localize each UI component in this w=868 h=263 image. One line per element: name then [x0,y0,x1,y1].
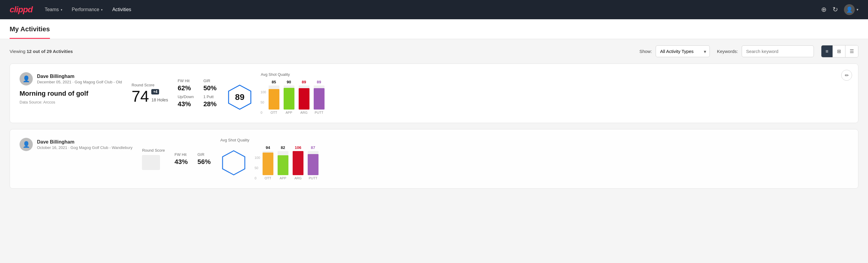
user-name-1: Dave Billingham [37,74,122,79]
list-detailed-icon: ≡ [826,49,828,54]
bars-group-1: 85 OTT 90 [269,80,324,114]
show-filter: Show: All Activity Types ▾ [640,46,710,57]
stats-pair-2: GIR 50% 1 Putt 28% [203,79,217,108]
header-left: clippd Teams ▾ Performance ▾ Activities [10,5,131,14]
viewing-count-text: Viewing 12 out of 29 Activities [10,49,632,54]
activity-left-1: 👤 Dave Billingham December 05, 2021 · Go… [20,72,122,105]
bar-putt-1: 89 PUTT [314,80,324,114]
list-simple-icon: ☰ [850,49,854,54]
gir-2: GIR 56% [197,152,211,166]
hexagon-score-1: 89 [235,92,245,102]
hexagon-2 [220,149,247,176]
svg-marker-1 [223,151,245,175]
user-avatar-icon: 👤 [23,75,30,83]
bars-group-2: 94 OTT 82 [262,145,318,180]
avatar-chevron-icon: ▾ [857,7,858,12]
gir-1: GIR 50% [203,79,217,92]
bar-ott-2: 94 OTT [262,145,273,180]
activities-list: 👤 Dave Billingham December 05, 2021 · Go… [0,63,868,204]
add-icon[interactable]: ⊕ [821,6,827,13]
stats-pair-4: GIR 56% [197,152,211,166]
logo[interactable]: clippd [10,5,32,14]
user-info-1: Dave Billingham December 05, 2021 · Gog … [37,74,122,84]
score-placeholder-2 [142,155,160,170]
header-right: ⊕ ↻ 👤 ▾ [821,4,858,15]
avatar-icon: 👤 [846,6,852,13]
fw-hit-2: FW Hit 43% [175,152,188,166]
avatar[interactable]: 👤 [844,4,855,15]
grid-icon: ⊞ [837,49,841,54]
activity-card: 👤 Dave Billingham December 05, 2021 · Go… [10,63,858,123]
score-main-1: 74 [132,88,149,104]
keywords-label: Keywords: [717,49,738,54]
activity-title-1: Morning round of golf [20,90,122,97]
view-toggle: ≡ ⊞ ☰ [821,45,858,57]
bar-arg-1: 89 ARG [299,80,309,114]
activity-type-select-wrapper: All Activity Types ▾ [656,46,710,57]
refresh-icon[interactable]: ↻ [833,6,838,13]
bar-putt-2: 87 PUTT [308,145,318,180]
round-score-section-1: Round Score 74 +4 18 Holes [132,83,168,104]
card-content-2: Round Score FW Hit 43% GIR 56% Avg Shot … [142,138,848,180]
y-axis-2: 100 50 0 [254,156,260,180]
count-out-of: 12 out of 29 Activities [27,49,73,54]
activity-user-1: 👤 Dave Billingham December 05, 2021 · Go… [20,72,122,85]
hexagon-svg-2 [220,149,247,176]
activity-type-select[interactable]: All Activity Types [656,46,710,57]
edit-button-1[interactable]: ✏ [841,70,852,81]
activity-card-2: 👤 Dave Billingham October 16, 2021 · Gog… [10,129,858,189]
bar-chart-1: 100 50 0 85 [260,80,324,114]
avatar-2: 👤 [20,138,33,151]
view-list-simple-button[interactable]: ☰ [845,46,858,57]
main-nav: Teams ▾ Performance ▾ Activities [44,7,131,12]
round-score-section-2: Round Score [142,148,165,170]
activity-user-2: 👤 Dave Billingham October 16, 2021 · Gog… [20,138,132,151]
updown-1: Up/Down 43% [178,94,194,108]
bar-arg-2: 106 ARG [292,145,304,180]
bar-ott-1: 85 OTT [269,80,279,114]
page-title: My Activities [10,19,50,39]
holes-text-1: 18 Holes [151,97,168,102]
shot-quality-1: Avg Shot Quality 89 100 50 [226,72,352,114]
view-grid-button[interactable]: ⊞ [833,46,845,57]
avg-shot-quality-label-2: Avg Shot Quality [220,138,318,142]
keywords-filter: Keywords: [717,46,814,57]
stats-pair-1: FW Hit 62% Up/Down 43% [178,79,194,108]
y-axis-1: 100 50 0 [260,90,266,114]
filter-bar: Viewing 12 out of 29 Activities Show: Al… [0,39,868,63]
user-avatar-icon-2: 👤 [23,141,30,148]
hexagon-1: 89 [226,84,253,111]
avg-shot-quality-label-1: Avg Shot Quality [261,72,290,77]
stats-pair-3: FW Hit 43% [175,152,188,166]
nav-item-teams[interactable]: Teams ▾ [44,7,62,12]
user-menu[interactable]: 👤 ▾ [844,4,858,15]
search-input[interactable] [742,46,814,57]
show-label: Show: [640,49,652,54]
score-block-1: 74 +4 18 Holes [132,88,168,104]
score-detail-1: +4 18 Holes [151,89,168,104]
activity-left-2: 👤 Dave Billingham October 16, 2021 · Gog… [20,138,132,151]
avatar-1: 👤 [20,72,33,85]
view-list-detailed-button[interactable]: ≡ [822,46,833,57]
teams-chevron-icon: ▾ [61,8,62,11]
hexagon-container-1: Avg Shot Quality 89 100 50 [226,72,324,114]
card-content-1: Round Score 74 +4 18 Holes FW Hit 62% Up… [132,72,848,114]
nav-item-activities[interactable]: Activities [112,7,131,12]
bar-app-1: 90 APP [284,80,294,114]
page-title-bar: My Activities [0,19,868,39]
performance-chevron-icon: ▾ [101,8,102,11]
user-date-2: October 16, 2021 · Gog Magog Golf Club -… [37,145,132,150]
score-badge-1: +4 [151,89,159,94]
data-source-1: Data Source: Arccos [20,100,122,105]
pencil-icon: ✏ [845,72,849,78]
user-info-2: Dave Billingham October 16, 2021 · Gog M… [37,139,132,150]
nav-item-performance[interactable]: Performance ▾ [72,7,103,12]
one-putt-1: 1 Putt 28% [203,94,217,108]
user-date-1: December 05, 2021 · Gog Magog Golf Club … [37,80,122,84]
shot-quality-2: Avg Shot Quality 100 50 [220,138,346,180]
fw-hit-1: FW Hit 62% [178,79,194,92]
bar-app-2: 82 APP [278,145,288,180]
round-score-label-1: Round Score [132,83,168,87]
round-score-label-2: Round Score [142,148,165,152]
bar-chart-2: 100 50 0 94 [254,145,318,180]
